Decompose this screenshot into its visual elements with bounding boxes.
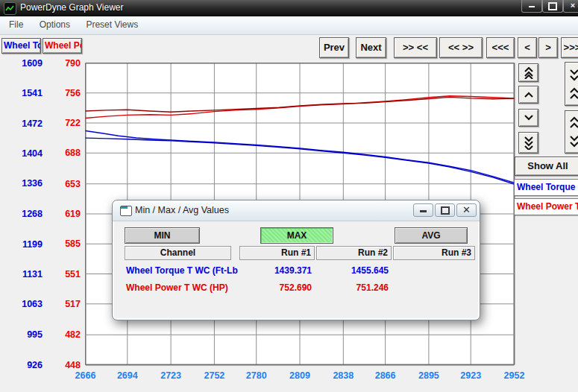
- double-chevron-up-icon: [524, 67, 534, 79]
- pan-far-left-button[interactable]: <<<: [486, 37, 515, 58]
- double-chevron-down-icon: [524, 136, 534, 150]
- torque-tick-label: 1131: [1, 268, 43, 280]
- dialog-restore-button[interactable]: [435, 203, 455, 217]
- rpm-tick-label: 2809: [279, 370, 321, 382]
- rpm-tick-label: 2694: [107, 370, 148, 382]
- axis-compress-button[interactable]: [565, 62, 578, 106]
- rpm-tick-label: 2838: [322, 370, 364, 382]
- window-close-button[interactable]: ×: [563, 0, 578, 13]
- pan-far-right-button[interactable]: >>>: [561, 37, 578, 58]
- power-tick-label: 688: [46, 147, 81, 159]
- legend-wheel-power-button[interactable]: Wheel Power T: [514, 198, 578, 215]
- close-icon: ✕: [462, 204, 471, 215]
- chevrons-outward-icon: [569, 116, 578, 148]
- rpm-tick-label: 2923: [450, 370, 491, 382]
- pan-left-button[interactable]: <: [518, 37, 537, 58]
- run3-value: [393, 282, 472, 294]
- max-mode-button[interactable]: MAX: [260, 227, 333, 244]
- axis-scroll-up-button[interactable]: [518, 86, 538, 104]
- menu-file[interactable]: File: [2, 19, 30, 30]
- torque-tick-label: 1063: [1, 298, 43, 310]
- zoom-out-x-button[interactable]: << >>: [439, 37, 483, 58]
- restore-icon: [441, 206, 450, 215]
- avg-mode-button[interactable]: AVG: [395, 227, 468, 244]
- axis-scroll-down-button[interactable]: [518, 109, 538, 127]
- pan-right-button[interactable]: >: [538, 37, 558, 58]
- power-tick-label: 790: [46, 57, 81, 69]
- rpm-tick-label: 2895: [408, 370, 450, 382]
- close-icon: ×: [571, 1, 575, 10]
- torque-tick-label: 1199: [1, 238, 43, 250]
- menu-preset-views[interactable]: Preset Views: [79, 19, 145, 30]
- window-minimize-button[interactable]: [521, 0, 542, 13]
- maximize-icon: [548, 2, 557, 10]
- run1-value: 1439.371: [239, 265, 312, 276]
- legend-wheel-torque-button[interactable]: Wheel Torque: [514, 179, 578, 196]
- power-tick-label: 517: [46, 298, 81, 310]
- prev-button[interactable]: Prev: [319, 37, 349, 58]
- column-header-run2: Run #2: [316, 246, 392, 260]
- tab-wheel-power[interactable]: Wheel Pc: [43, 38, 82, 54]
- min-max-avg-dialog: Min / Max / Avg Values ✕ MIN MAX AVG Cha…: [112, 200, 480, 320]
- axis-scroll-up-fast-button[interactable]: [518, 63, 538, 82]
- rpm-tick-label: 2866: [365, 370, 406, 382]
- rpm-tick-label: 2723: [150, 370, 192, 382]
- menu-options[interactable]: Options: [33, 19, 77, 30]
- rpm-tick-label: 2666: [65, 370, 107, 382]
- torque-tick-label: 1336: [1, 177, 43, 189]
- graph-icon: [5, 4, 15, 13]
- dialog-icon: [120, 206, 132, 216]
- window-maximize-button[interactable]: [542, 0, 563, 13]
- power-tick-label: 551: [46, 268, 81, 280]
- next-button[interactable]: Next: [356, 37, 386, 58]
- show-all-button[interactable]: Show All: [515, 157, 578, 176]
- min-mode-button[interactable]: MIN: [125, 227, 200, 244]
- power-tick-label: 585: [46, 238, 81, 250]
- run3-value: [393, 265, 472, 276]
- power-tick-label: 722: [46, 117, 81, 129]
- torque-tick-label: 1404: [1, 148, 43, 159]
- power-tick-label: 619: [46, 208, 81, 220]
- axis-scroll-down-fast-button[interactable]: [518, 132, 538, 154]
- axis-expand-button[interactable]: [565, 110, 578, 154]
- app-icon: [4, 2, 16, 15]
- chevron-up-icon: [524, 92, 534, 98]
- window-title: PowerDyne Graph Viewer: [20, 2, 124, 13]
- power-tick-label: 653: [46, 178, 81, 190]
- menubar: File Options Preset Views: [0, 16, 578, 35]
- rpm-tick-label: 2952: [494, 370, 535, 382]
- run2-value: 1455.645: [316, 265, 389, 276]
- torque-tick-label: 1472: [1, 118, 43, 130]
- torque-tick-label: 995: [1, 329, 43, 341]
- minimize-icon: [420, 210, 427, 212]
- column-header-run1: Run #1: [239, 246, 315, 260]
- zoom-in-x-button[interactable]: >> <<: [394, 37, 437, 58]
- chevron-down-icon: [524, 115, 534, 121]
- rpm-tick-label: 2752: [193, 370, 235, 382]
- torque-tick-label: 1268: [1, 208, 43, 220]
- dialog-title: Min / Max / Avg Values: [135, 205, 229, 215]
- power-tick-label: 756: [46, 87, 81, 99]
- rpm-tick-label: 2780: [236, 370, 277, 382]
- dialog-titlebar[interactable]: Min / Max / Avg Values ✕: [113, 200, 480, 221]
- torque-tick-label: 1609: [1, 57, 43, 69]
- run2-value: 751.246: [316, 282, 389, 294]
- run1-value: 752.690: [239, 282, 312, 294]
- dialog-close-button[interactable]: ✕: [456, 203, 477, 217]
- power-tick-label: 448: [46, 359, 81, 371]
- column-header-run3: Run #3: [393, 246, 475, 260]
- window-titlebar: PowerDyne Graph Viewer ×: [0, 0, 578, 16]
- minimize-icon: [529, 6, 535, 7]
- column-header-channel: Channel: [125, 246, 231, 260]
- tab-wheel-torque[interactable]: Wheel Tc: [1, 38, 41, 54]
- dialog-minimize-button[interactable]: [413, 203, 433, 217]
- chevrons-inward-icon: [569, 68, 578, 101]
- app-window: PowerDyne Graph Viewer × File Options Pr…: [0, 0, 578, 392]
- torque-tick-label: 926: [1, 359, 43, 371]
- torque-tick-label: 1541: [1, 87, 43, 99]
- power-tick-label: 482: [46, 329, 81, 341]
